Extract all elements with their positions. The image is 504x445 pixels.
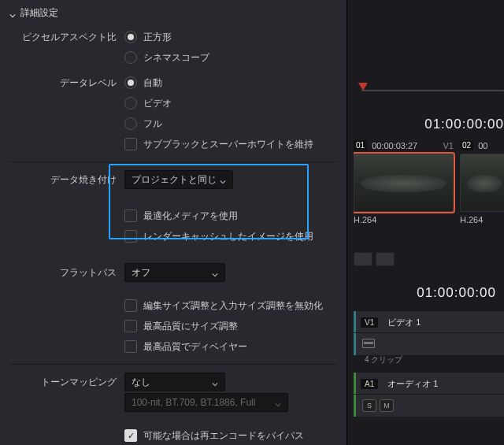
opt-disable-sizing[interactable]: 編集サイズ調整と入力サイズ調整を無効化: [143, 299, 323, 313]
solo-button[interactable]: S: [362, 399, 376, 412]
opt-optimized-media[interactable]: 最適化メディアを使用: [143, 210, 238, 223]
check-force-hq-sizing[interactable]: [124, 320, 137, 332]
view-mode-a[interactable]: [354, 252, 372, 266]
opt-pixel-square[interactable]: 正方形: [143, 31, 172, 44]
check-disable-sizing[interactable]: [124, 299, 137, 312]
clip-tc: 00:00:03:27: [372, 141, 417, 150]
track-a1[interactable]: A1 オーディオ 1: [354, 372, 504, 395]
chevron-down-icon: [212, 269, 218, 276]
opt-levels-auto[interactable]: 自動: [143, 76, 162, 90]
opt-levels-full[interactable]: フル: [143, 117, 162, 131]
check-bypass-reencode[interactable]: [124, 429, 137, 442]
clip-image[interactable]: [354, 154, 454, 212]
clip-index: 02: [460, 140, 473, 150]
filmstrip-icon: [362, 339, 378, 350]
clip-thumb-1[interactable]: 01 00:00:03:27 V1 H.264: [354, 140, 454, 224]
opt-retain-subblack[interactable]: サブブラックとスーパーホワイトを維持: [143, 138, 313, 151]
select-burnin-value: プロジェクトと同じ: [132, 173, 217, 187]
track-a1-row2[interactable]: S M: [354, 394, 504, 417]
track-a1-name: オーディオ 1: [381, 378, 444, 390]
check-retain-subblack[interactable]: [124, 138, 137, 150]
clip-track: V1: [443, 141, 454, 150]
track-v1[interactable]: V1 ビデオ 1: [354, 310, 504, 334]
radio-levels-full[interactable]: [124, 117, 137, 130]
track-a1-id: A1: [361, 379, 378, 389]
label-tonemap: トーンマッピング: [0, 376, 124, 388]
opt-force-hq-sizing[interactable]: 最高品質にサイズ調整: [143, 320, 238, 333]
chevron-down-icon: [220, 176, 226, 183]
chevron-down-icon: [275, 399, 281, 406]
mute-button[interactable]: M: [380, 399, 394, 412]
select-tonemap-preset: 100-nit, BT.709, BT.1886, Full: [124, 393, 288, 412]
clip-image[interactable]: [460, 154, 504, 212]
view-mode-b[interactable]: [376, 252, 395, 266]
chevron-down-icon: [9, 10, 16, 17]
radio-pixel-cinemascope[interactable]: [124, 51, 137, 64]
clip-thumbnails: 01 00:00:03:27 V1 H.264 02 00 H.264: [354, 140, 504, 224]
clip-thumb-2[interactable]: 02 00 H.264: [460, 140, 504, 224]
section-advanced-label: 詳細設定: [20, 6, 58, 20]
clip-codec: H.264: [460, 215, 504, 224]
check-optimized-media[interactable]: [124, 210, 137, 222]
track-v1-clipcount: 4 クリップ: [365, 354, 402, 365]
radio-pixel-square[interactable]: [124, 31, 137, 43]
label-data-levels: データレベル: [0, 77, 124, 89]
track-v1-id: V1: [361, 317, 378, 328]
timeline-timecode: 01:00:00:00: [417, 285, 496, 301]
select-flat-pass[interactable]: オフ: [124, 263, 225, 282]
playhead-icon[interactable]: [358, 83, 368, 91]
check-render-cache[interactable]: [124, 230, 137, 243]
radio-levels-auto[interactable]: [124, 76, 137, 89]
select-flat-pass-value: オフ: [132, 266, 150, 280]
opt-levels-video[interactable]: ビデオ: [143, 97, 172, 110]
select-tonemap-preset-value: 100-nit, BT.709, BT.1886, Full: [132, 397, 255, 408]
label-flat-pass: フラットパス: [0, 267, 124, 279]
track-v1-name: ビデオ 1: [381, 317, 427, 328]
select-burnin[interactable]: プロジェクトと同じ: [124, 170, 233, 189]
opt-force-debayer[interactable]: 最高品質でディベイヤー: [143, 340, 247, 354]
clip-codec: H.264: [354, 215, 454, 224]
clip-tc: 00: [478, 141, 487, 150]
check-force-debayer[interactable]: [124, 340, 137, 353]
select-tonemap[interactable]: なし: [124, 373, 225, 391]
label-burnin: データ焼き付け: [0, 174, 124, 186]
opt-bypass-reencode[interactable]: 可能な場合は再エンコードをバイパス: [143, 429, 304, 443]
section-advanced[interactable]: 詳細設定: [0, 0, 346, 26]
track-v1-row2[interactable]: [354, 332, 504, 356]
select-tonemap-value: なし: [132, 376, 150, 389]
radio-levels-video[interactable]: [124, 97, 137, 109]
opt-pixel-cinemascope[interactable]: シネマスコープ: [143, 51, 209, 65]
chevron-down-icon: [212, 379, 218, 385]
clip-index: 01: [354, 140, 367, 150]
timeline-ruler[interactable]: [347, 79, 504, 110]
opt-render-cache[interactable]: レンダーキャッシュしたイメージを使用: [143, 230, 313, 243]
label-pixel-aspect: ピクセルアスペクト比: [0, 32, 124, 43]
viewer-timecode: 01:00:00:00: [347, 117, 504, 132]
